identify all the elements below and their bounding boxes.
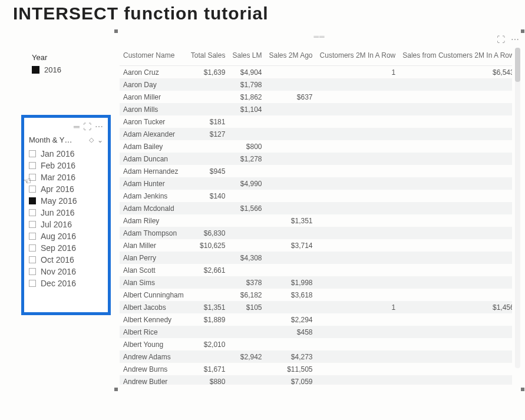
- resize-handle-icon[interactable]: [521, 388, 524, 391]
- col-customers-2m[interactable]: Customers 2M In A Row: [316, 48, 399, 66]
- table-cell: [399, 264, 512, 276]
- table-row[interactable]: Aaron Cruz$1,639$4,9041$6,543: [120, 66, 512, 79]
- month-item[interactable]: Jun 2016: [28, 207, 104, 219]
- focus-mode-icon[interactable]: ⛶: [83, 122, 91, 131]
- checkbox-icon[interactable]: [29, 244, 36, 252]
- col-sales-2m-ago[interactable]: Sales 2M Ago: [266, 48, 316, 66]
- more-options-icon[interactable]: ⋯: [95, 122, 103, 131]
- table-row[interactable]: Albert Young$2,010: [120, 338, 512, 350]
- checkbox-icon[interactable]: [29, 150, 36, 157]
- checkbox-icon[interactable]: [29, 197, 36, 204]
- month-item[interactable]: Oct 2016: [28, 254, 104, 266]
- table-row[interactable]: Aaron Day$1,798: [120, 78, 512, 91]
- month-item[interactable]: Aug 2016: [28, 230, 104, 242]
- col-total-sales[interactable]: Total Sales: [187, 48, 229, 66]
- table-cell: $4,273: [266, 350, 316, 363]
- table-cell: $105: [229, 301, 265, 313]
- table-cell: [399, 227, 512, 239]
- table-row[interactable]: Adam Duncan$1,278: [120, 153, 512, 165]
- month-item[interactable]: Mar 2016: [28, 171, 104, 183]
- vertical-scrollbar[interactable]: [515, 48, 520, 368]
- col-customer-name[interactable]: Customer Name: [120, 48, 187, 66]
- month-item[interactable]: Feb 2016: [28, 160, 104, 171]
- table-cell: [187, 140, 229, 153]
- more-options-icon[interactable]: ⋯: [511, 35, 519, 44]
- table-cell: [399, 326, 512, 338]
- clear-selection-icon[interactable]: ◇: [89, 136, 94, 144]
- table-row[interactable]: Adam Thompson$6,830: [120, 227, 512, 239]
- table-cell: [266, 301, 316, 313]
- table-row[interactable]: Albert Kennedy$1,889$2,294: [120, 313, 512, 326]
- scrollbar-thumb[interactable]: [515, 48, 520, 82]
- table-row[interactable]: Adam Hernandez$945: [120, 165, 512, 177]
- table-row[interactable]: Andrew Adams$2,942$4,273: [120, 350, 512, 363]
- table-cell: [316, 153, 399, 165]
- table-cell: Aaron Tucker: [120, 115, 187, 128]
- table-row[interactable]: Adam Riley$1,351: [120, 214, 512, 227]
- checkbox-icon[interactable]: [29, 233, 36, 240]
- year-slicer-item[interactable]: 2016: [32, 65, 97, 74]
- month-item[interactable]: May 2016: [28, 195, 104, 207]
- month-item-label: Apr 2016: [41, 184, 74, 194]
- table-row[interactable]: Alan Sims$378$1,998: [120, 276, 512, 289]
- table-cell: $1,456: [399, 301, 512, 313]
- table-row[interactable]: Albert Jacobs$1,351$1051$1,456: [120, 301, 512, 313]
- table-cell: Alan Miller: [120, 239, 187, 252]
- table-visual[interactable]: ══ ⛶ ⋯ Customer Name Total Sales Sales L…: [115, 31, 523, 390]
- month-item[interactable]: Dec 2016: [28, 277, 104, 289]
- resize-handle-icon[interactable]: [114, 388, 118, 391]
- col-sales-lm[interactable]: Sales LM: [229, 48, 265, 66]
- resize-handle-icon[interactable]: [521, 29, 524, 33]
- table-cell: $6,830: [187, 227, 229, 239]
- table-row[interactable]: Aaron Mills$1,104: [120, 103, 512, 115]
- table-row[interactable]: Aaron Miller$1,862$637: [120, 91, 512, 103]
- table-cell: Albert Kennedy: [120, 313, 187, 326]
- table-cell: [316, 165, 399, 177]
- month-slicer[interactable]: ═ ⛶ ⋯ Month & Y… ◇ ⌄ Jan 2016Feb 2016Mar…: [21, 115, 111, 315]
- col-sales-from-2m[interactable]: Sales from Customers 2M In A Row: [399, 48, 512, 66]
- month-item-label: Sep 2016: [41, 243, 76, 253]
- table-cell: [399, 153, 512, 165]
- table-row[interactable]: Albert Cunningham$6,182$3,618: [120, 289, 512, 301]
- checkbox-icon[interactable]: [29, 256, 36, 263]
- checkbox-icon[interactable]: [29, 209, 36, 216]
- table-cell: [266, 66, 316, 79]
- table-row[interactable]: Andrew Butler$880$7,059: [120, 375, 512, 385]
- grip-icon[interactable]: ═: [74, 122, 80, 131]
- checkbox-icon[interactable]: [29, 221, 36, 228]
- table-row[interactable]: Albert Rice$458: [120, 326, 512, 338]
- resize-handle-icon[interactable]: [114, 29, 118, 33]
- month-item[interactable]: Apr 2016: [28, 183, 104, 195]
- month-item[interactable]: Jan 2016: [28, 148, 104, 160]
- checkbox-icon[interactable]: [29, 186, 36, 193]
- table-row[interactable]: Alan Perry$4,308: [120, 252, 512, 264]
- checkbox-icon[interactable]: [29, 268, 36, 275]
- table-cell: [316, 313, 399, 326]
- drag-grip-icon[interactable]: ══: [313, 32, 325, 41]
- table-cell: $6,543: [399, 66, 512, 79]
- table-cell: [187, 103, 229, 115]
- focus-mode-icon[interactable]: ⛶: [497, 35, 505, 44]
- month-item[interactable]: Jul 2016: [28, 219, 104, 230]
- checkbox-icon[interactable]: [29, 280, 36, 287]
- table-row[interactable]: Adam Hunter$4,990: [120, 177, 512, 190]
- month-item[interactable]: Nov 2016: [28, 266, 104, 277]
- table-cell: $140: [187, 190, 229, 202]
- table-row[interactable]: Andrew Burns$1,671$11,505: [120, 363, 512, 375]
- year-slicer[interactable]: Year 2016: [32, 53, 97, 74]
- chevron-down-icon[interactable]: ⌄: [97, 136, 103, 144]
- table-row[interactable]: Alan Scott$2,661: [120, 264, 512, 276]
- month-item[interactable]: Sep 2016: [28, 242, 104, 254]
- table-row[interactable]: Alan Miller$10,625$3,714: [120, 239, 512, 252]
- checkbox-icon[interactable]: [29, 162, 36, 169]
- table-row[interactable]: Adam Alexander$127: [120, 128, 512, 140]
- table-row[interactable]: Aaron Tucker$181: [120, 115, 512, 128]
- month-item-label: May 2016: [41, 196, 77, 206]
- table-cell: 1: [316, 66, 399, 79]
- table-row[interactable]: Adam Bailey$800: [120, 140, 512, 153]
- table-row[interactable]: Adam Jenkins$140: [120, 190, 512, 202]
- table-cell: $1,351: [187, 301, 229, 313]
- table-cell: Adam Duncan: [120, 153, 187, 165]
- table-row[interactable]: Adam Mcdonald$1,566: [120, 202, 512, 214]
- table-cell: [316, 78, 399, 91]
